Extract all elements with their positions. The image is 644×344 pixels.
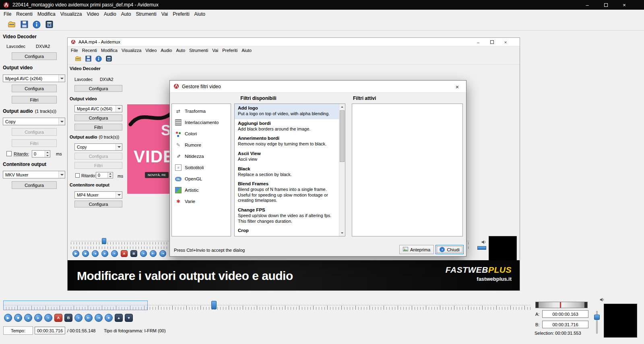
- menu-item-video[interactable]: Video: [85, 10, 101, 18]
- close-button[interactable]: ×: [615, 0, 634, 10]
- inner-output-video-title: Output video: [70, 96, 97, 101]
- menu-item-aiuto[interactable]: Aiuto: [192, 10, 208, 18]
- inner-delay-spinner: 0: [96, 172, 113, 178]
- inner-output-audio-title: Output audio: [70, 135, 97, 139]
- last-frame-button[interactable]: ⇥: [95, 314, 103, 322]
- timeline-handle[interactable]: [211, 301, 217, 309]
- inner-menu-item-audio: Audio: [159, 47, 174, 54]
- volume-icon: [481, 239, 487, 246]
- muxer-configure-button[interactable]: Configura: [12, 181, 57, 189]
- save-file-button[interactable]: [20, 20, 29, 29]
- info-button[interactable]: [32, 20, 41, 29]
- marker-b-time: 00:00:31.716: [542, 321, 588, 328]
- maximize-icon: [604, 3, 608, 7]
- open-file-button[interactable]: [7, 20, 16, 29]
- dialog-title: Gestore filtri video: [182, 84, 221, 89]
- prev-frame-button[interactable]: ◂: [24, 314, 32, 322]
- inner-audio-filters-button: Filtri: [74, 162, 122, 169]
- menu-item-visualizza[interactable]: Visualizza: [58, 10, 85, 18]
- video-banner: Modificare i valori output video e audio…: [68, 260, 520, 290]
- inner-muxer-value: MP4 Muxer: [75, 192, 116, 198]
- active-filters-header: Filtri attivi: [353, 95, 376, 101]
- play-button[interactable]: ▶: [4, 314, 12, 322]
- filter-category-varie: Varie: [172, 196, 231, 207]
- output-audio-heading: Output audio (1 track(s)): [3, 108, 56, 114]
- avidemux-logo-icon: [173, 83, 179, 90]
- play-button: ▶: [72, 250, 79, 257]
- next-frame-button[interactable]: ▸: [34, 314, 42, 322]
- prev-black-frame-button[interactable]: ●: [105, 314, 113, 322]
- sidebar: Video Decoder Lavcodec DXVA2 Configura O…: [0, 31, 67, 292]
- filter-category-rumore: Rumore: [172, 139, 231, 151]
- maximize-button[interactable]: [597, 0, 615, 10]
- inner-menu-item-recenti: Recenti: [80, 47, 99, 54]
- calculator-button[interactable]: [45, 20, 54, 29]
- decoder-configure-button[interactable]: Configura: [12, 52, 57, 60]
- audio-codec-select[interactable]: Copy: [3, 118, 65, 125]
- tempo-button[interactable]: Tempo:: [3, 326, 33, 335]
- menu-item-audio[interactable]: Audio: [101, 10, 119, 18]
- inner-output-audio-heading: Output audio (0 track(s)): [70, 135, 119, 139]
- scrollbar: [339, 104, 345, 236]
- video-filters-button[interactable]: Filtri: [12, 96, 57, 104]
- filter-category-trasforma: ⇄Trasforma: [172, 106, 231, 117]
- inner-muxer-configure-button: Configura: [74, 201, 122, 207]
- prev-keyframe-button[interactable]: «: [44, 314, 52, 322]
- goto-marker-b-button[interactable]: ▾: [125, 314, 133, 322]
- menu-item-file[interactable]: File: [1, 10, 14, 18]
- open-folder-icon: [8, 21, 16, 29]
- filter-name: Ascii View: [238, 151, 336, 156]
- chevron-down-icon: [116, 192, 122, 198]
- shuttle-slider[interactable]: [535, 302, 588, 308]
- avidemux-logo-icon: [3, 2, 9, 8]
- minimize-button[interactable]: –: [578, 0, 597, 10]
- thumb-badge: NOVITÀ, RE: [145, 172, 169, 178]
- filter-name: Crop: [238, 228, 336, 233]
- muxer-select[interactable]: MKV Muxer: [3, 171, 65, 178]
- inner-menu-item-modifica: Modifica: [99, 47, 120, 54]
- close-dialog-button: × Chiudi: [436, 245, 464, 254]
- stop-button[interactable]: ■: [14, 314, 22, 322]
- first-frame-button[interactable]: ⇤: [85, 314, 93, 322]
- filter-name: Change FPS: [238, 207, 336, 212]
- transform-icon: ⇄: [175, 108, 182, 114]
- marker-b-button[interactable]: B: [64, 314, 72, 322]
- filter-category-nitidezza: Nitidezza: [172, 151, 231, 162]
- preview-button-label: Anteprima: [410, 247, 430, 252]
- video-codec-select[interactable]: Mpeg4 AVC (x264): [3, 75, 65, 82]
- menu-item-auto[interactable]: Auto: [119, 10, 134, 18]
- delay-spinner[interactable]: 0: [32, 150, 50, 157]
- next-keyframe-button[interactable]: »: [74, 314, 83, 322]
- volume-slider-handle[interactable]: [594, 315, 600, 320]
- current-time-field[interactable]: 00:00:31.716: [35, 327, 65, 334]
- filter-manager-dialog: Gestore filtri video × Filtri disponibil…: [169, 80, 466, 257]
- menu-item-recenti[interactable]: Recenti: [14, 10, 35, 18]
- inner-output-audio-tracks: (0 track(s)): [99, 135, 119, 139]
- inner-video-decoder-title: Video Decoder: [70, 66, 101, 71]
- filter-name: Add logo: [238, 106, 336, 110]
- dialog-close-icon: ×: [448, 81, 466, 93]
- inner-window-controls: – ×: [471, 38, 512, 46]
- delay-checkbox[interactable]: [6, 151, 12, 156]
- menu-item-strumenti[interactable]: Strumenti: [133, 10, 159, 18]
- inner-menu-item-strumenti: Strumenti: [187, 47, 210, 54]
- menu-item-modifica[interactable]: Modifica: [35, 10, 58, 18]
- inner-container-title: Contenitore output: [70, 182, 109, 187]
- video-configure-button[interactable]: Configura: [12, 85, 57, 92]
- spinner-arrows[interactable]: [45, 151, 50, 157]
- menu-item-vai[interactable]: Vai: [159, 10, 170, 18]
- marker-a-button[interactable]: A: [54, 314, 62, 322]
- filter-desc: Add black borders around the image.: [238, 126, 336, 132]
- main-timeline[interactable]: [3, 300, 530, 311]
- first-frame-button: ⇤: [150, 250, 157, 257]
- calculator-icon: [45, 21, 53, 28]
- minimize-icon: –: [471, 38, 485, 46]
- marker-a-label: A:: [535, 312, 539, 317]
- menu-item-preferiti[interactable]: Preferiti: [170, 10, 192, 18]
- filter-category-interlacciamento: Interlacciamento: [172, 117, 231, 128]
- inner-menubar: FileRecentiModificaVisualizzaVideoAudioA…: [68, 46, 520, 54]
- shuttle-marker[interactable]: [560, 302, 561, 308]
- inner-delay-label: Ritardo:: [81, 173, 96, 178]
- goto-marker-a-button[interactable]: ▴: [115, 314, 123, 322]
- marker-b-button: B: [130, 250, 137, 257]
